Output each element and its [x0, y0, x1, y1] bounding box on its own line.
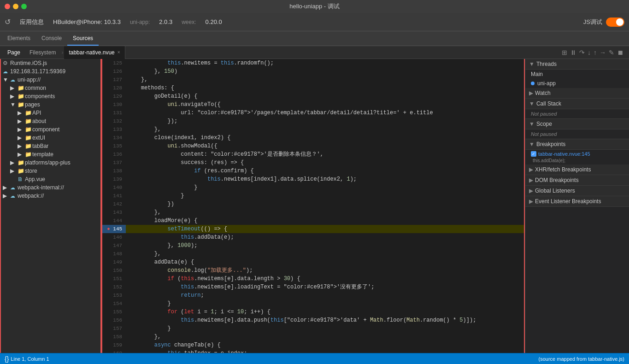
line-number[interactable]: 135 — [102, 142, 126, 150]
chevron-right-icon: ▶ — [3, 184, 10, 191]
line-number[interactable]: 134 — [102, 134, 126, 142]
tree-item-common[interactable]: ▶ 📁 common — [1, 84, 100, 92]
tab-elements[interactable]: Elements — [2, 31, 36, 46]
line-number[interactable]: 129 — [102, 92, 126, 100]
close-button[interactable] — [5, 4, 10, 9]
subtab-filesystem[interactable]: Filesystem — [25, 46, 60, 59]
code-line-143: 143 }, — [102, 208, 524, 217]
line-number[interactable]: 159 — [102, 341, 126, 349]
tree-item-webpack[interactable]: ▶ ☁ webpack:// — [1, 192, 100, 200]
folder-icon: 📁 — [25, 126, 32, 133]
line-number[interactable]: 151 — [102, 275, 126, 283]
line-number[interactable]: 156 — [102, 316, 126, 324]
tree-item-runtime[interactable]: ⚙ Runtime.iOS.js — [1, 59, 100, 67]
breakpoint-item[interactable]: ✓ tabbar-native.nvue:145 — [525, 150, 629, 158]
line-number[interactable]: 137 — [102, 159, 126, 167]
line-content: this.newitems = this.randomfn(); — [126, 59, 524, 67]
breakpoints-section-header[interactable]: ▼ Breakpoints — [525, 139, 629, 150]
braces-icon[interactable]: {} — [5, 355, 9, 363]
tree-item-api[interactable]: ▶ 📁 API — [1, 109, 100, 117]
debugger-step-into[interactable]: ↓ — [588, 49, 591, 56]
xhr-section-header[interactable]: ▶ XHR/fetch Breakpoints — [525, 164, 629, 175]
tree-item-webpack-internal[interactable]: ▶ ☁ webpack-internal:// — [1, 183, 100, 192]
tree-item-component[interactable]: ▶ 📁 component — [1, 125, 100, 134]
line-number[interactable]: 141 — [102, 192, 126, 200]
line-number[interactable]: 154 — [102, 299, 126, 308]
line-number[interactable]: 147 — [102, 241, 126, 250]
dom-section-header[interactable]: ▶ DOM Breakpoints — [525, 175, 629, 186]
line-content: }, — [126, 333, 524, 341]
tree-item-uniapp[interactable]: ▼ ☁ uni-app:// — [1, 76, 100, 84]
event-section-header[interactable]: ▶ Event Listener Breakpoints — [525, 196, 629, 207]
chevron-right-icon: ▶ — [3, 193, 10, 199]
line-number[interactable]: 130 — [102, 100, 126, 109]
line-number[interactable]: 155 — [102, 308, 126, 316]
global-section-header[interactable]: ▶ Global Listeners — [525, 186, 629, 196]
line-number[interactable]: 128 — [102, 84, 126, 92]
tree-item-pages[interactable]: ▼ 📁 pages — [1, 100, 100, 109]
pause-on-exception[interactable]: ⏹ — [617, 49, 623, 56]
tree-item-components[interactable]: ▶ 📁 components — [1, 92, 100, 100]
line-number[interactable]: 143 — [102, 208, 126, 217]
line-number[interactable]: 131 — [102, 109, 126, 117]
line-number[interactable]: 160 — [102, 349, 126, 353]
tree-item-tabbar[interactable]: ▶ 📁 tabBar — [1, 142, 100, 150]
tree-item-platforms[interactable]: ▶ 📁 platforms/app-plus — [1, 159, 100, 167]
debugger-continue[interactable]: → — [600, 49, 606, 56]
line-number[interactable]: 127 — [102, 76, 126, 84]
code-editor[interactable]: 125 this.newitems = this.randomfn();126 … — [101, 59, 525, 353]
line-number[interactable]: 139 — [102, 175, 126, 183]
thread-uniapp-label: uni-app — [537, 80, 556, 87]
line-number[interactable]: 138 — [102, 167, 126, 175]
line-number[interactable]: 157 — [102, 324, 126, 333]
line-number[interactable]: 142 — [102, 200, 126, 208]
line-number[interactable]: 149 — [102, 258, 126, 266]
line-number[interactable]: 152 — [102, 283, 126, 291]
tree-item-template[interactable]: ▶ 📁 template — [1, 150, 100, 159]
line-content: close(index1, index2) { — [126, 134, 524, 142]
line-number[interactable]: 150 — [102, 266, 126, 275]
tree-item-about[interactable]: ▶ 📁 about — [1, 117, 100, 125]
debugger-step-over[interactable]: ↷ — [579, 49, 585, 56]
line-number[interactable]: 146 — [102, 233, 126, 241]
folder-icon: 📁 — [18, 159, 25, 166]
file-tab-close[interactable]: × — [118, 50, 120, 55]
threads-section-header[interactable]: ▼ Threads — [525, 59, 629, 70]
minimize-button[interactable] — [13, 4, 18, 9]
js-debug-toggle[interactable] — [606, 18, 624, 27]
debugger-step-out[interactable]: ↑ — [594, 49, 597, 56]
watch-arrow: ▶ — [529, 90, 533, 96]
subtab-page[interactable]: Page — [3, 46, 25, 59]
code-line-145: ● 145 setTimeout(() => { — [102, 225, 524, 233]
code-line-141: 141 } — [102, 192, 524, 200]
tab-sources[interactable]: Sources — [67, 31, 99, 46]
line-number[interactable]: 126 — [102, 67, 126, 76]
tree-item-extui[interactable]: ▶ 📁 extUI — [1, 134, 100, 142]
breakpoint-checkbox[interactable]: ✓ — [531, 151, 536, 157]
callstack-section-header[interactable]: ▼ Call Stack — [525, 99, 629, 109]
file-tab-tabbar-native[interactable]: tabbar-native.nvue × — [64, 46, 125, 59]
scope-section-header[interactable]: ▼ Scope — [525, 119, 629, 129]
deactivate-breakpoints[interactable]: ✎ — [609, 49, 614, 56]
tab-icon-expand[interactable]: ⊞ — [562, 49, 567, 56]
watch-section-header[interactable]: ▶ Watch — [525, 88, 629, 99]
refresh-button[interactable]: ↺ — [5, 18, 11, 26]
line-number[interactable]: 153 — [102, 291, 126, 299]
tree-item-ip[interactable]: ☁ 192.168.31.171:59369 — [1, 67, 100, 76]
line-number[interactable]: 136 — [102, 150, 126, 159]
tree-item-store[interactable]: ▶ 📁 store — [1, 167, 100, 175]
line-number[interactable]: 125 — [102, 59, 126, 67]
code-line-139: 139 this.newitems[index1].data.splice(in… — [102, 175, 524, 183]
cloud-icon: ☁ — [10, 77, 18, 83]
tab-console[interactable]: Console — [36, 31, 67, 46]
line-number[interactable]: 148 — [102, 250, 126, 258]
debugger-pause[interactable]: ⏸ — [570, 49, 576, 56]
maximize-button[interactable] — [21, 4, 27, 9]
line-number[interactable]: 158 — [102, 333, 126, 341]
line-number[interactable]: 140 — [102, 183, 126, 192]
line-number[interactable]: ● 145 — [102, 225, 126, 233]
line-number[interactable]: 144 — [102, 217, 126, 225]
line-number[interactable]: 132 — [102, 117, 126, 125]
tree-item-appvue[interactable]: 🗎 App.vue — [1, 175, 100, 183]
line-number[interactable]: 133 — [102, 125, 126, 134]
